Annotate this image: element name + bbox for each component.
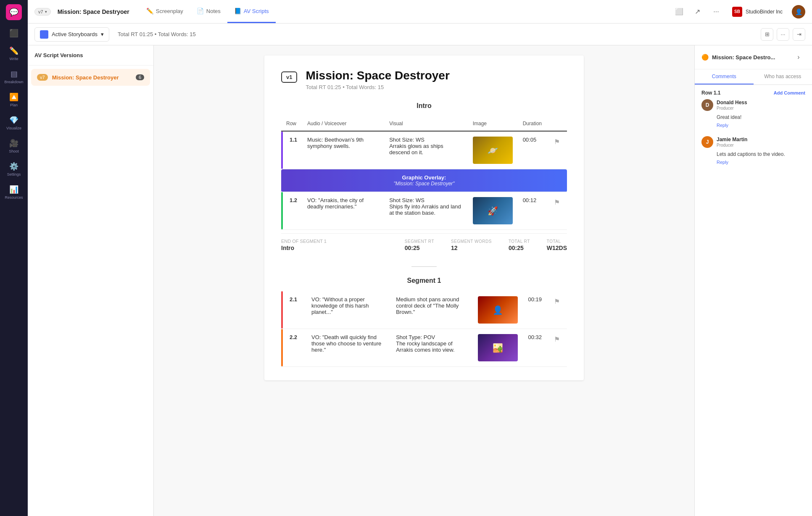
add-comment-button[interactable]: Add Comment [774,90,805,95]
right-panel-title-bar: 🟠 Mission: Space Destro... › [695,45,812,69]
row-label: Row 1.1 Add Comment [701,90,805,96]
segment-words-label: SEGMENT WORDS [451,239,492,244]
row-audio: VO: "Death will quickly find those who c… [306,329,391,367]
sidebar-item-write[interactable]: ✏️ Write [2,43,26,64]
row-image: 🏜️ [473,329,523,367]
studio-badge[interactable]: SB StudioBinder Inc [728,5,787,18]
version-label: v7 [38,9,43,14]
tab-notes[interactable]: 📄 Notes [190,0,227,23]
top-navigation: v7 ▾ Mission: Space Destryoer ✏️ Screenp… [28,0,812,24]
segment-words-value: 12 [451,245,492,251]
notes-tab-icon: 📄 [197,8,204,14]
comment-avatar: D [701,99,713,111]
notes-tab-label: Notes [206,8,221,14]
version-number: v7 [37,74,48,81]
tab-who-has-access[interactable]: Who has access [754,69,812,84]
segment-rt-label: SEGMENT RT [405,239,434,244]
footer-end-label: END OF SEGMENT 1 [281,239,327,244]
comment-role: Producer [717,106,747,111]
main-content: v1 Mission: Space Destroyer Total RT 01:… [154,45,694,516]
av-doc-title: Mission: Space Destroyer [306,69,449,82]
col-audio: Audio / Voiceover [302,116,384,131]
app-logo[interactable]: 💬 [6,4,22,20]
row-id: 2.2 [290,334,297,340]
footer-end-section: END OF SEGMENT 1 Intro [281,239,327,251]
sidebar-item-visualize[interactable]: 💎 Visualize [2,112,26,134]
graphic-overlay-label: Graphic Overlay: [402,174,446,181]
footer-total-rt: TOTAL RT 00:25 [509,239,530,251]
flag-icon[interactable]: ⚑ [552,197,562,207]
flag-icon[interactable]: ⚑ [552,137,562,147]
segment-1-header: Segment 1 [281,277,567,284]
nav-tabs: ✏️ Screenplay 📄 Notes 📘 AV Scripts [140,0,276,23]
row-duration: 00:12 [518,192,547,230]
storyboard-selector-icon [40,30,48,39]
comment-header: J Jamie Martin Producer [701,136,805,148]
logo-icon: 💬 [9,8,18,17]
tab-screenplay[interactable]: ✏️ Screenplay [140,0,190,23]
comment-text: Great idea! [717,113,805,121]
more-subheader-button[interactable]: ··· [777,28,789,41]
segment-intro-footer: END OF SEGMENT 1 Intro SEGMENT RT 00:25 … [281,233,567,256]
reply-button[interactable]: Reply [717,123,805,128]
settings-icon: ⚙️ [9,162,18,171]
row-id: 1.1 [290,137,297,143]
right-panel-title: 🟠 Mission: Space Destro... [701,54,775,61]
right-panel-content: Row 1.1 Add Comment D Donald Hess Produc… [695,85,812,516]
storyboard-selector[interactable]: Active Storyboards ▾ [34,27,109,42]
row-number: 1.2 [281,192,302,230]
footer-right: SEGMENT RT 00:25 SEGMENT WORDS 12 TOTAL … [405,239,567,251]
col-image: Image [468,116,518,131]
footer-columns: END OF SEGMENT 1 Intro SEGMENT RT 00:25 … [281,239,567,251]
row-label-text: Row 1.1 [701,90,720,96]
topnav-right: ⬜ ↗ ··· SB StudioBinder Inc 👤 [672,5,805,18]
expand-icon[interactable]: › [792,50,805,64]
version-name: Mission: Space Destroyer [52,74,132,81]
table-row: 1.1 Music: Beethovan's 9th symphony swel… [281,131,567,169]
row-image-placeholder: 🚀 [473,197,513,224]
col-row: Row [281,116,302,131]
av-table-segment1: 2.1 VO: "Without a proper knowledge of t… [281,291,567,367]
row-visual: Medium shot pans around control deck of … [391,291,473,329]
reply-button[interactable]: Reply [717,160,805,165]
av-doc-subtitle: Total RT 01:25 • Total Words: 15 [306,84,449,90]
col-flag [547,116,567,131]
flag-icon[interactable]: ⚑ [552,334,562,344]
comment-meta: Jamie Martin Producer [717,137,747,147]
row-duration: 00:32 [523,329,547,367]
sidebar-item-shoot[interactable]: 🎥 Shoot [2,135,26,157]
present-button[interactable]: ⬜ [672,5,686,18]
sidebar-item-settings[interactable]: ⚙️ Settings [2,158,26,180]
right-panel-title-text: Mission: Space Destro... [712,54,775,61]
row-number: 2.1 [281,291,306,329]
flag-icon[interactable]: ⚑ [552,296,562,306]
sidebar-item-label-plan: Plan [10,103,18,107]
row-audio: VO: "Arrakis, the city of deadly mercina… [302,192,384,230]
share-button[interactable]: ↗ [691,5,704,18]
sidebar: 💬 ⬛ ✏️ Write ▤ Breakdown 🔼 Plan 💎 Visual… [0,0,28,516]
grid-view-button[interactable]: ⊞ [761,28,773,41]
filter-button[interactable]: ⇥ [793,28,805,41]
graphic-overlay-sublabel: "Mission: Space Destroyer" [286,181,562,187]
main-area: v7 ▾ Mission: Space Destryoer ✏️ Screenp… [28,0,812,516]
tab-comments[interactable]: Comments [695,69,754,84]
row-duration: 00:05 [518,131,547,169]
screenplay-tab-label: Screenplay [156,8,183,14]
subheader-right: ⊞ ··· ⇥ [761,28,805,41]
sidebar-item-plan[interactable]: 🔼 Plan [2,89,26,111]
sidebar-item-label-settings: Settings [7,172,21,176]
version-item[interactable]: v7 Mission: Space Destroyer 6 [31,69,150,86]
tab-avscripts[interactable]: 📘 AV Scripts [227,0,276,23]
row-visual: Shot Size: WSShips fly into Arrakis and … [384,192,467,230]
table-row: 2.1 VO: "Without a proper knowledge of t… [281,291,567,329]
comment-item: D Donald Hess Producer Great idea! Reply [701,99,805,128]
more-options-button[interactable]: ··· [709,5,723,18]
sidebar-item-breakdown[interactable]: ▤ Breakdown [2,66,26,87]
version-list: v7 Mission: Space Destroyer 6 [28,66,153,91]
user-avatar[interactable]: 👤 [792,5,805,18]
version-selector[interactable]: v7 ▾ [34,8,51,16]
screenplay-tab-icon: ✏️ [146,8,153,14]
sidebar-item-resources[interactable]: 📊 Resources [2,182,26,203]
shoot-icon: 🎥 [9,139,18,148]
sidebar-item-storyboard[interactable]: ⬛ [2,25,26,41]
